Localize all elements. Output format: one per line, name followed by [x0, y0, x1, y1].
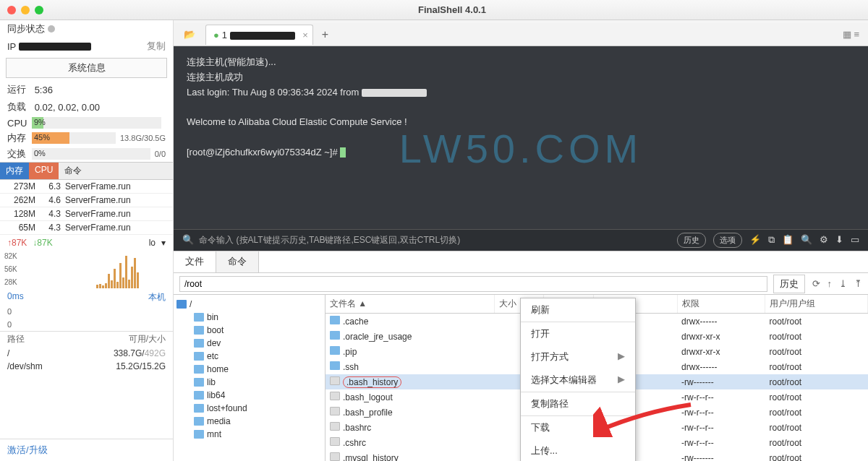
tree-node[interactable]: lib	[194, 376, 322, 389]
tree-node[interactable]: mnt	[194, 428, 322, 441]
col-perm[interactable]: 权限	[677, 295, 765, 314]
tree-node[interactable]: lost+found	[194, 402, 322, 415]
bolt-icon[interactable]: ⚡	[749, 233, 761, 248]
uptime-row: 运行 5:36	[0, 81, 173, 98]
tree-node[interactable]: boot	[194, 324, 322, 337]
tab-cmd[interactable]: 命令	[59, 163, 88, 179]
ctx-upload[interactable]: 上传...	[521, 439, 635, 461]
process-row[interactable]: 273M6.3ServerFrame.run	[0, 180, 173, 194]
ping-row: 0ms 本机	[0, 290, 173, 305]
cmd-bar: 🔍 命令输入 (按ALT键提示历史,TAB键路径,ESC键返回,双击CTRL切换…	[174, 229, 868, 251]
sysinfo-button[interactable]: 系统信息	[6, 58, 167, 78]
paste-icon[interactable]: 📋	[782, 233, 793, 248]
search-icon[interactable]: 🔍	[182, 233, 194, 248]
cmd-tab[interactable]: 命令	[216, 251, 259, 272]
close-window-icon[interactable]	[7, 6, 16, 14]
window-title: FinalShell 4.0.1	[43, 4, 861, 15]
net-row: ↑87K ↓87K lo ▾	[0, 235, 173, 251]
history-button[interactable]: 历史	[677, 233, 706, 249]
iface: lo	[149, 238, 156, 248]
tree-node[interactable]: etc	[194, 350, 322, 363]
disk-header: 路径可用/大小	[0, 331, 173, 347]
ip-row: IP 复制	[0, 38, 173, 55]
process-row[interactable]: 65M4.3ServerFrame.run	[0, 221, 173, 235]
col-name[interactable]: 文件名 ▲	[326, 295, 494, 314]
process-list: 273M6.3ServerFrame.run262M4.6ServerFrame…	[0, 180, 173, 235]
copy-button[interactable]: 复制	[147, 40, 166, 53]
sync-dot-icon	[48, 25, 55, 33]
net-chart: 82K 56K 28K	[4, 252, 169, 288]
new-tab-button[interactable]: +	[322, 28, 328, 41]
tab-mem[interactable]: 内存	[0, 163, 29, 179]
options-button[interactable]: 选项	[713, 233, 742, 249]
tree-node[interactable]: bin	[194, 311, 322, 324]
zoom-icon[interactable]: 🔍	[801, 233, 812, 248]
disk-row[interactable]: /338.7G/492G	[0, 347, 173, 360]
ctx-open-with[interactable]: 打开方式▶	[521, 345, 635, 369]
path-bar: 历史 ⟳ ↑ ⤓ ⤒	[174, 273, 868, 295]
folder-icon[interactable]: 📂	[184, 29, 195, 40]
download-icon[interactable]: ⬇	[835, 233, 843, 248]
upload-file-icon[interactable]: ⤒	[854, 278, 862, 289]
annotation-arrow	[593, 401, 694, 439]
disk-row[interactable]: /dev/shm15.2G/15.2G	[0, 360, 173, 373]
process-row[interactable]: 128M4.3ServerFrame.run	[0, 207, 173, 221]
path-history-button[interactable]: 历史	[773, 275, 805, 293]
ctx-editor[interactable]: 选择文本编辑器▶	[521, 369, 635, 392]
dir-tree[interactable]: /binbootdevetchomeliblib64lost+foundmedi…	[174, 295, 326, 461]
ip-value	[19, 43, 91, 51]
terminal[interactable]: 连接主机(智能加速)... 连接主机成功 Last login: Thu Aug…	[174, 46, 868, 251]
activate-link[interactable]: 激活/升级	[0, 439, 173, 461]
net-up: ↑87K	[7, 238, 27, 248]
tree-node[interactable]: home	[194, 363, 322, 376]
minimize-window-icon[interactable]	[21, 6, 30, 14]
watermark: LW50.COM	[399, 116, 642, 181]
clone-icon[interactable]: ⧉	[768, 233, 775, 248]
tab-cpu[interactable]: CPU	[29, 163, 59, 179]
view-icons[interactable]: ▦ ≡	[843, 29, 859, 40]
path-input[interactable]	[179, 276, 767, 292]
title-bar: FinalShell 4.0.1	[0, 0, 868, 20]
close-tab-icon[interactable]: ×	[302, 30, 308, 40]
sync-label: 同步状态	[7, 22, 45, 35]
swap-bar: 交换 0% 0/0	[0, 146, 173, 162]
sidebar: 同步状态 IP 复制 系统信息 运行 5:36 负载 0.02, 0.02, 0…	[0, 20, 174, 461]
ctx-open[interactable]: 打开	[521, 322, 635, 345]
refresh-icon[interactable]: ⟳	[812, 278, 820, 289]
sync-status: 同步状态	[0, 20, 173, 38]
chevron-down-icon[interactable]: ▾	[161, 238, 166, 248]
cpu-bar: CPU 9%	[0, 116, 173, 130]
load-row: 负载 0.02, 0.02, 0.00	[0, 98, 173, 116]
fullscreen-icon[interactable]: ▭	[851, 233, 859, 248]
col-user[interactable]: 用户/用户组	[765, 295, 868, 314]
session-tabs: 📂 ●1 × + ▦ ≡	[174, 23, 868, 46]
window-controls	[7, 6, 43, 14]
download-file-icon[interactable]: ⤓	[839, 278, 847, 289]
tree-node[interactable]: media	[194, 415, 322, 428]
gear-icon[interactable]: ⚙	[820, 233, 828, 248]
ip-label: IP	[7, 41, 16, 52]
file-tab[interactable]: 文件	[174, 251, 216, 272]
proc-tabs: 内存 CPU 命令	[0, 162, 173, 180]
tree-node[interactable]: lib64	[194, 389, 322, 402]
process-row[interactable]: 262M4.6ServerFrame.run	[0, 194, 173, 207]
tree-node[interactable]: dev	[194, 337, 322, 350]
maximize-window-icon[interactable]	[35, 6, 43, 14]
mem-bar: 内存 45% 13.8G/30.5G	[0, 130, 173, 146]
up-icon[interactable]: ↑	[827, 278, 833, 289]
tree-root[interactable]: /	[176, 298, 322, 311]
ctx-refresh[interactable]: 刷新	[521, 298, 635, 322]
net-down: ↓87K	[33, 238, 52, 248]
session-tab-1[interactable]: ●1 ×	[205, 25, 313, 45]
cmd-hint: 命令输入 (按ALT键提示历史,TAB键路径,ESC键返回,双击CTRL切换)	[199, 233, 460, 247]
